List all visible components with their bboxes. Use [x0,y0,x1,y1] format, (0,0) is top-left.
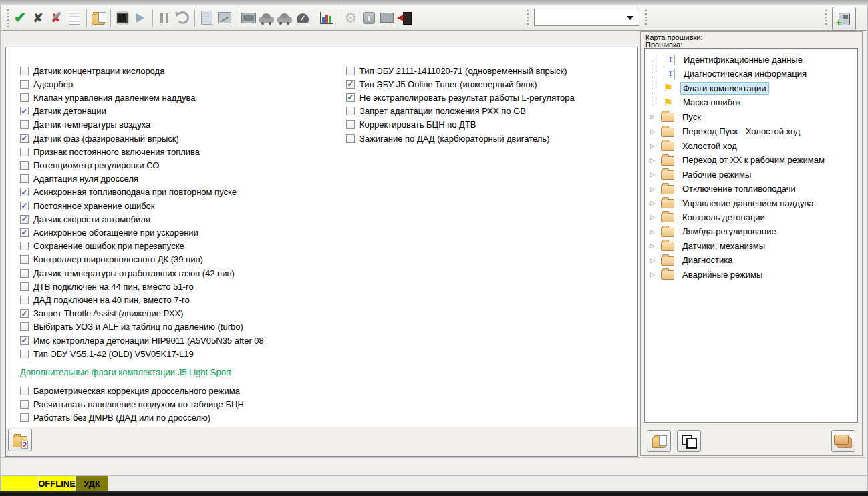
checkbox-label: Постоянное хранение ошибок [33,201,155,211]
checkbox[interactable]: ✓ [20,336,29,345]
checkbox-row: Датчик концентрации кислорода [20,64,164,77]
info-button[interactable]: i [360,9,378,27]
checkbox[interactable]: ✓ [346,93,355,102]
panel-button[interactable] [378,9,396,27]
tree-item[interactable]: IИдентификационные данные [645,53,857,67]
pause-button[interactable] [156,9,173,27]
checkbox[interactable]: ✓ [20,202,29,210]
checkbox[interactable] [20,242,29,250]
expander-icon[interactable]: ▷ [650,128,658,135]
settings-button[interactable]: ⚙ [342,9,359,27]
checkbox[interactable]: ✓ [20,228,29,237]
expander-icon[interactable]: ▷ [650,271,658,278]
errors-button[interactable] [8,429,32,451]
tree-item[interactable]: ⚑Маска ошибок [645,95,857,109]
checkbox[interactable] [20,161,29,170]
checkbox[interactable] [20,120,29,129]
checkbox[interactable]: ✓ [20,107,29,115]
checkbox[interactable] [20,174,29,183]
exit-button[interactable] [396,9,414,27]
expander-icon[interactable]: ▷ [650,113,658,120]
checkbox[interactable] [20,80,29,89]
chip-button[interactable] [114,9,131,27]
car-write-button[interactable] [276,9,293,27]
expander-icon[interactable]: ▷ [650,157,658,164]
gauge-button[interactable] [294,9,311,27]
tree-item[interactable]: ▷Аварийные режимы [645,268,857,282]
firmware-combobox[interactable] [534,9,639,26]
tree-item[interactable]: IДиагностическая информация [645,67,857,81]
checkbox[interactable] [20,93,29,102]
checkbox[interactable] [20,413,29,422]
checkbox[interactable] [20,296,29,304]
expander-icon[interactable]: ▷ [650,228,658,235]
tree-item-label: Переход от ХХ к рабочим режимам [680,154,827,166]
checkbox[interactable]: ✓ [20,215,29,224]
tree-item[interactable]: ▷Переход Пуск - Холостой ход [645,124,857,138]
checkbox[interactable] [20,400,29,409]
checkbox[interactable] [20,282,29,291]
tree-item[interactable]: ▷Рабочие режимы [645,168,857,182]
cancel-button[interactable]: ✘ [29,9,47,27]
chart-button[interactable] [216,9,233,27]
stack-button[interactable] [831,430,855,452]
car-read-button[interactable] [258,9,275,27]
expander-icon[interactable]: ▷ [650,242,658,249]
monitor-button[interactable] [240,9,257,27]
tree-item-label: Контроль детонации [680,211,768,224]
checkbox[interactable]: ✓ [20,188,29,196]
checkbox[interactable]: ✓ [20,134,29,143]
checkbox[interactable] [20,322,29,331]
refresh-button[interactable] [174,9,191,27]
tree-item[interactable]: ⚑Флаги комплектации [645,81,857,95]
folder-icon [661,156,674,166]
checkbox[interactable] [20,269,29,278]
tools-cancel-button[interactable]: ✘ [47,9,65,27]
run-button[interactable] [132,9,149,27]
open-file-button[interactable] [90,9,107,27]
save-all-button[interactable] [677,430,701,452]
checkbox-row: Признак постоянного включения топлива [20,145,200,158]
checkbox[interactable] [20,255,29,264]
checkbox[interactable] [346,120,355,129]
checkbox[interactable] [20,148,29,156]
checkbox[interactable]: ✓ [346,80,355,89]
report-button[interactable] [198,9,215,27]
expander-icon[interactable]: ▷ [650,257,658,264]
tree-item[interactable]: ▷Датчики, механизмы [645,239,857,253]
tree-item[interactable]: ▷Контроль детонации [645,210,857,224]
checkbox-label: Адаптация нуля дросселя [33,174,138,184]
expander-icon[interactable]: ▷ [650,171,658,178]
folder-doc-icon [92,14,105,25]
tree-item[interactable]: ▷Лямбда-регулирование [645,224,857,238]
tree-item[interactable]: ▷Холостой ход [645,139,857,153]
checkbox[interactable] [20,350,29,358]
expander-icon[interactable]: ▷ [650,200,658,206]
exit-icon [398,12,412,24]
checkbox[interactable] [346,67,355,75]
tree-item-label: Управление давлением наддува [680,197,816,210]
tree-item[interactable]: ▷Переход от ХХ к рабочим режимам [645,153,857,167]
checkbox-row: ✓Не экстраполировать результат работы L-… [346,91,575,104]
lower-strip [1,457,867,476]
confirm-button[interactable]: ✔ [11,9,29,27]
checkbox[interactable] [346,134,355,143]
expander-icon[interactable]: ▷ [650,142,658,149]
new-document-button[interactable] [647,430,671,452]
tree-item[interactable]: ▷Пуск [645,110,857,124]
expander-icon[interactable]: ▷ [650,186,658,192]
checkbox[interactable] [346,107,355,115]
checkbox[interactable] [20,67,29,75]
tree-item-label: Холостой ход [680,140,740,152]
checkbox-label: Адсорбер [33,79,73,89]
checkbox[interactable] [20,387,29,395]
tree-item[interactable]: ▷Управление давлением наддува [645,196,857,210]
tree-item[interactable]: ▷Диагностика [645,253,857,267]
checkbox-label: ДАД подключен на 40 пин, вместо 7-го [33,295,190,305]
checkbox[interactable]: ✓ [20,309,29,318]
expander-icon[interactable]: ▷ [650,214,658,220]
add-device-button[interactable] [832,7,856,31]
tree-item[interactable]: ▷Отключение топливоподачи [645,182,857,196]
bar-chart-button[interactable] [318,9,335,27]
notepad-button[interactable] [65,9,83,27]
